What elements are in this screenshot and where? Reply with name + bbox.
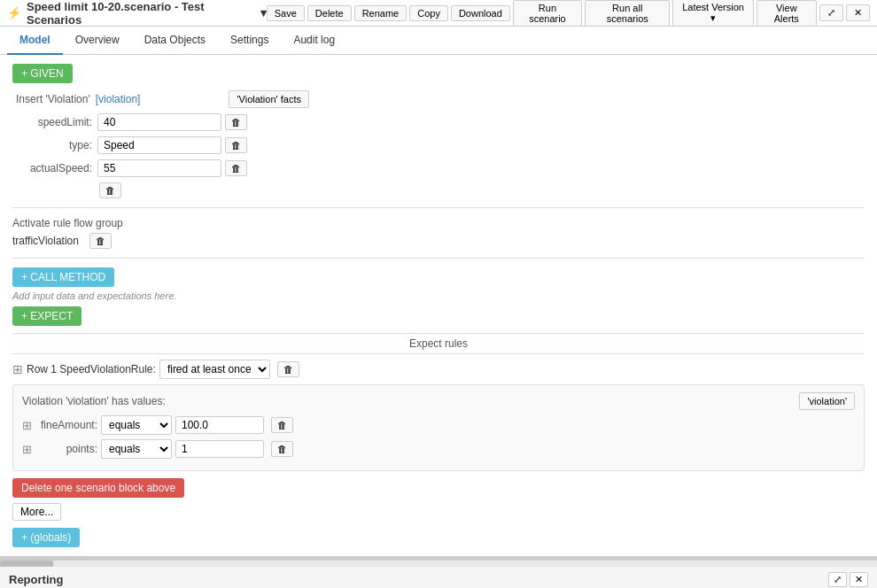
type-delete[interactable]: 🗑 <box>225 137 247 153</box>
rule-label: Row 1 SpeedViolationRule: <box>27 363 156 375</box>
tab-overview[interactable]: Overview <box>63 27 132 55</box>
reporting-header: Reporting ⤢ ✕ <box>0 567 877 588</box>
reporting-header-buttons: ⤢ ✕ <box>828 572 868 587</box>
rule-delete[interactable]: 🗑 <box>277 361 299 377</box>
reporting-expand-button[interactable]: ⤢ <box>828 572 847 587</box>
insert-label: Insert 'Violation' <box>16 93 90 105</box>
window-title: Speed limit 10-20.scenario - Test Scenar… <box>27 0 255 27</box>
type-label: type: <box>12 139 92 151</box>
tab-settings[interactable]: Settings <box>218 27 281 55</box>
table-icon-1: ⊞ <box>12 362 23 376</box>
insert-type: [violation] <box>96 93 141 105</box>
rename-button[interactable]: Rename <box>354 5 407 21</box>
violation-title: Violation 'violation' has values: <box>22 395 166 407</box>
expand-button[interactable]: ⤢ <box>819 4 843 21</box>
window-icon: ⚡ <box>7 6 21 19</box>
speed-limit-delete[interactable]: 🗑 <box>225 114 247 130</box>
save-button[interactable]: Save <box>267 5 305 21</box>
tab-bar: Model Overview Data Objects Settings Aud… <box>0 27 877 55</box>
reporting-title: Reporting <box>9 573 63 586</box>
actual-speed-input[interactable] <box>97 159 221 177</box>
tab-audit-log[interactable]: Audit log <box>281 27 347 55</box>
copy-button[interactable]: Copy <box>409 5 448 21</box>
run-scenario-button[interactable]: Run scenario <box>513 0 582 27</box>
close-button[interactable]: ✕ <box>846 4 870 21</box>
fine-amount-operator[interactable]: equals not equals greater than <box>101 415 172 435</box>
actual-speed-delete[interactable]: 🗑 <box>225 160 247 176</box>
scroll-thumb[interactable] <box>0 561 53 567</box>
latest-version-button[interactable]: Latest Version ▾ <box>672 0 753 27</box>
points-label: points: <box>35 443 97 455</box>
points-icon: ⊞ <box>22 443 32 456</box>
rule-row: ⊞ Row 1 SpeedViolationRule: fired at lea… <box>12 360 865 379</box>
more-button[interactable]: More... <box>12 503 61 521</box>
rule-fired-select[interactable]: fired at least once fired not fired fire… <box>159 360 270 379</box>
points-operator[interactable]: equals not equals greater than <box>101 439 172 459</box>
violation-section: Violation 'violation' has values: 'viola… <box>12 384 865 471</box>
expect-button[interactable]: + EXPECT <box>12 306 81 326</box>
violation-facts-button[interactable]: 'Violation' facts <box>229 90 308 108</box>
type-row: type: 🗑 <box>12 136 865 154</box>
traffic-violation-name: trafficViolation <box>12 235 79 247</box>
actual-speed-label: actualSpeed: <box>12 162 92 174</box>
speed-limit-row: speedLimit: 🗑 <box>12 113 865 131</box>
traffic-violation-delete[interactable]: 🗑 <box>89 233 112 249</box>
actual-speed-row: actualSpeed: 🗑 <box>12 159 865 177</box>
view-alerts-button[interactable]: View Alerts <box>757 0 817 27</box>
violation-header: Violation 'violation' has values: 'viola… <box>22 392 855 410</box>
fine-amount-label: fineAmount: <box>35 419 97 431</box>
add-input-hint: Add input data and expectations here. <box>12 290 865 301</box>
violation-delete[interactable]: 🗑 <box>99 182 121 198</box>
title-bar-right: Save Delete Rename Copy Download Run sce… <box>267 0 870 27</box>
speed-limit-input[interactable] <box>97 113 221 131</box>
fine-amount-row: ⊞ fineAmount: equals not equals greater … <box>22 415 855 435</box>
points-delete[interactable]: 🗑 <box>271 441 293 457</box>
horizontal-scrollbar[interactable] <box>0 560 877 567</box>
main-content: + GIVEN Insert 'Violation' [violation] '… <box>0 55 877 560</box>
points-row: ⊞ points: equals not equals greater than… <box>22 439 855 459</box>
speed-limit-label: speedLimit: <box>12 116 92 128</box>
violation-facts-btn2[interactable]: 'violation' <box>799 392 855 410</box>
title-bar: ⚡ Speed limit 10-20.scenario - Test Scen… <box>0 0 877 27</box>
reporting-section: Reporting ⤢ ✕ Success 1 test(s) ran in 0… <box>0 567 877 588</box>
expect-header: Expect rules <box>409 337 468 350</box>
traffic-violation-row: trafficViolation 🗑 <box>12 233 865 249</box>
insert-row: Insert 'Violation' [violation] 'Violatio… <box>12 90 865 108</box>
tab-data-objects[interactable]: Data Objects <box>132 27 218 55</box>
delete-button[interactable]: Delete <box>307 5 352 21</box>
given-button[interactable]: + GIVEN <box>12 64 73 83</box>
tab-model[interactable]: Model <box>7 27 63 55</box>
run-all-scenarios-button[interactable]: Run all scenarios <box>585 0 670 27</box>
points-value[interactable] <box>175 440 264 458</box>
fine-amount-icon: ⊞ <box>22 419 32 432</box>
type-input[interactable] <box>97 136 221 154</box>
title-bar-left: ⚡ Speed limit 10-20.scenario - Test Scen… <box>7 0 267 27</box>
reporting-close-button[interactable]: ✕ <box>850 572 868 587</box>
download-button[interactable]: Download <box>451 5 510 21</box>
dropdown-icon[interactable]: ▾ <box>260 6 267 19</box>
fine-amount-delete[interactable]: 🗑 <box>271 417 293 433</box>
fine-amount-value[interactable] <box>175 416 264 434</box>
call-method-button[interactable]: + CALL METHOD <box>12 267 114 287</box>
delete-block-button[interactable]: Delete one scenario block above <box>12 478 184 498</box>
activate-rule-label: Activate rule flow group <box>12 217 865 229</box>
globals-button[interactable]: + (globals) <box>12 528 80 547</box>
